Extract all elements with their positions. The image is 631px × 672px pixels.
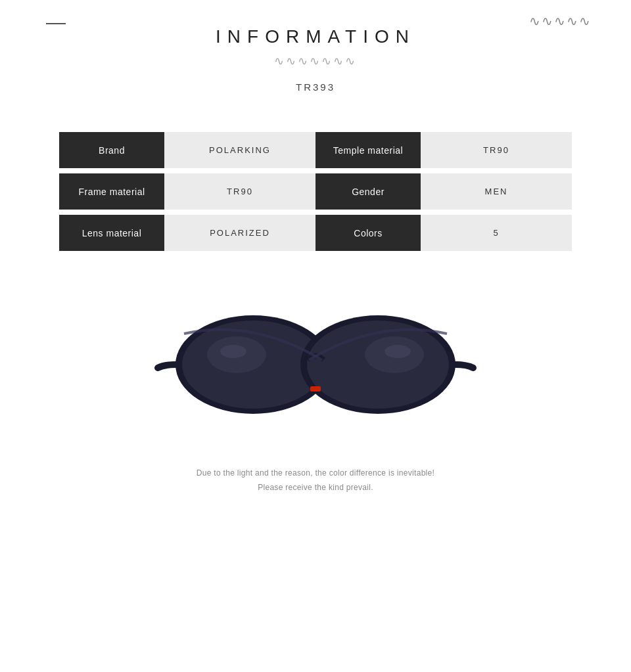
brand-value: POLARKING <box>164 132 316 168</box>
brand-label: Brand <box>59 132 164 168</box>
table-row: Colors 5 <box>316 215 572 251</box>
footer-note: Due to the light and the reason, the col… <box>0 466 631 514</box>
info-column-left: Brand POLARKING Frame material TR90 Lens… <box>59 132 316 256</box>
svg-point-3 <box>220 345 246 358</box>
footer-line2: Please receive the kind prevail. <box>0 481 631 495</box>
frame-material-label: Frame material <box>59 173 164 210</box>
header: INFORMATION ∿∿∿∿∿ <box>0 0 631 47</box>
info-table-section: Brand POLARKING Frame material TR90 Lens… <box>0 106 631 269</box>
info-column-right: Temple material TR90 Gender MEN Colors 5 <box>316 132 572 256</box>
glasses-svg <box>151 289 480 427</box>
lens-material-label: Lens material <box>59 215 164 251</box>
svg-rect-8 <box>310 386 321 392</box>
table-row: Temple material TR90 <box>316 132 572 168</box>
header-left-dash <box>46 23 66 24</box>
table-row: Brand POLARKING <box>59 132 316 168</box>
frame-material-value: TR90 <box>164 173 316 210</box>
wave-decoration-center: ∿∿∿∿∿∿∿ <box>274 54 357 68</box>
glasses-image <box>151 289 480 427</box>
temple-material-label: Temple material <box>316 132 421 168</box>
gender-value: MEN <box>421 173 572 210</box>
table-row: Gender MEN <box>316 173 572 210</box>
colors-value: 5 <box>421 215 572 251</box>
lens-material-value: POLARIZED <box>164 215 316 251</box>
temple-material-value: TR90 <box>421 132 572 168</box>
title-decoration: ∿∿∿∿∿∿∿ <box>0 54 631 68</box>
product-id: TR393 <box>0 81 631 93</box>
footer-line1: Due to the light and the reason, the col… <box>0 466 631 481</box>
gender-label: Gender <box>316 173 421 210</box>
table-row: Frame material TR90 <box>59 173 316 210</box>
page-title: INFORMATION <box>216 26 415 47</box>
header-right-wave: ∿∿∿∿∿ <box>529 13 592 29</box>
glasses-section <box>0 269 631 440</box>
table-row: Lens material POLARIZED <box>59 215 316 251</box>
page-container: INFORMATION ∿∿∿∿∿ ∿∿∿∿∿∿∿ TR393 Brand PO… <box>0 0 631 672</box>
wave-decoration-right: ∿∿∿∿∿ <box>529 13 592 29</box>
svg-point-7 <box>385 345 411 358</box>
colors-label: Colors <box>316 215 421 251</box>
